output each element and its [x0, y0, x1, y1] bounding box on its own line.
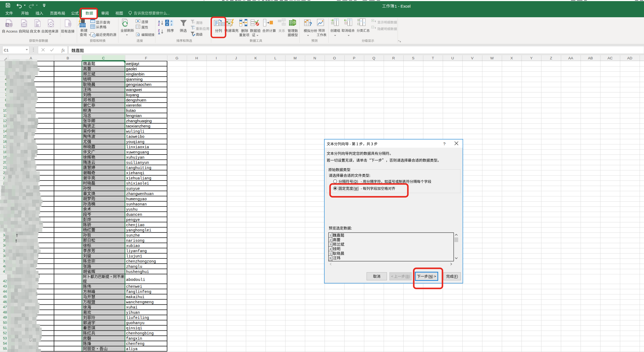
svg-text:1: 1	[330, 234, 331, 237]
svg-text:chenwei: chenwei	[126, 284, 142, 289]
svg-text:5: 5	[330, 252, 331, 255]
svg-text:?: ?	[443, 141, 445, 146]
svg-text:Z: Z	[158, 23, 160, 26]
svg-text:xierenfei: xierenfei	[126, 103, 142, 107]
svg-text:aliya: aliya	[126, 347, 138, 351]
svg-text:taoxianzheng: taoxianzheng	[126, 124, 150, 128]
svg-text:hushenghui: hushenghui	[126, 270, 149, 274]
svg-text:48: 48	[3, 310, 7, 314]
svg-text:xiehualiang: xiehualiang	[126, 176, 151, 181]
svg-text:xuhai: xuhai	[126, 305, 138, 310]
svg-text:pengye: pengye	[126, 218, 140, 222]
svg-text:Z: Z	[171, 23, 172, 26]
svg-text:51: 51	[3, 326, 7, 330]
svg-text:10: 10	[3, 109, 7, 112]
svg-text:52: 52	[3, 331, 7, 335]
svg-text:C: C	[102, 56, 105, 60]
svg-text:42: 42	[3, 279, 7, 283]
svg-text:fengnian: fengnian	[126, 113, 142, 118]
svg-text:F: F	[145, 56, 147, 60]
svg-text:1 - Excel: 1 - Excel	[395, 4, 410, 8]
svg-text:narisong: narisong	[126, 238, 144, 243]
svg-text:O: O	[333, 56, 336, 60]
svg-text:Access: Access	[6, 29, 18, 33]
svg-text:21: 21	[3, 166, 7, 170]
svg-text:AD: AD	[627, 56, 633, 60]
svg-text:tanghuiting: tanghuiting	[126, 166, 151, 170]
svg-text:45: 45	[3, 295, 7, 299]
svg-text:yushu: yushu	[126, 207, 138, 212]
svg-text:3: 3	[330, 243, 331, 246]
svg-text:2: 2	[330, 238, 331, 242]
svg-text:liyanfang: liyanfang	[126, 249, 147, 253]
svg-text:47: 47	[3, 305, 7, 309]
svg-text:AB: AB	[588, 56, 593, 60]
svg-text:linxiaoxia: linxiaoxia	[126, 145, 149, 149]
svg-text:A: A	[6, 23, 8, 27]
svg-text:K: K	[254, 56, 257, 60]
svg-text:gaolei: gaolei	[126, 66, 137, 71]
svg-text:6: 6	[330, 256, 331, 260]
svg-text:15: 15	[3, 135, 7, 138]
svg-text:xuwenguang: xuwenguang	[126, 150, 149, 155]
svg-text:suilianyun: suilianyun	[126, 161, 149, 165]
svg-text:N: N	[313, 56, 316, 60]
svg-text:I: I	[216, 56, 217, 60]
svg-text:sunhaonan: sunhaonan	[126, 202, 147, 206]
svg-text:chenjiao: chenjiao	[126, 223, 144, 227]
svg-text:makaihui: makaihui	[126, 295, 144, 299]
svg-text:43: 43	[3, 284, 7, 288]
svg-text:V: V	[471, 56, 473, 60]
svg-text:fangxin: fangxin	[126, 336, 142, 341]
svg-text:C1: C1	[4, 48, 8, 52]
svg-text:xinglanbin: xinglanbin	[126, 72, 145, 76]
svg-text:dengshuen: dengshuen	[126, 98, 146, 102]
svg-text:liuyang: liuyang	[126, 92, 139, 97]
svg-text:?: ?	[309, 21, 312, 27]
svg-text:Z: Z	[166, 20, 168, 23]
svg-text:M: M	[293, 56, 296, 60]
svg-text:AC: AC	[608, 56, 613, 60]
svg-text:X: X	[510, 56, 513, 60]
svg-text:weijiayi: weijiayi	[126, 61, 139, 66]
svg-text:fx: fx	[62, 48, 65, 53]
svg-text:G: G	[176, 56, 179, 60]
svg-text:A: A	[166, 23, 168, 26]
svg-text:gengxiaochen: gengxiaochen	[126, 82, 151, 87]
svg-text:zhanghuaqing: zhanghuaqing	[126, 118, 152, 123]
svg-text:18: 18	[3, 150, 7, 154]
svg-text:A: A	[158, 32, 160, 35]
svg-text:yanghonglei: yanghonglei	[126, 228, 151, 232]
svg-text:shixiaolei: shixiaolei	[126, 181, 149, 186]
svg-text:liufeiling: liufeiling	[126, 316, 149, 320]
svg-text:abodouli: abodouli	[126, 278, 145, 282]
svg-text:44: 44	[3, 290, 7, 293]
svg-text:J: J	[235, 56, 237, 60]
svg-text:qianming: qianming	[126, 77, 143, 82]
svg-text:Y: Y	[530, 56, 532, 60]
svg-text:wangwei: wangwei	[126, 87, 142, 92]
svg-text:yihuan: yihuan	[126, 310, 140, 315]
svg-text:S: S	[412, 56, 414, 60]
svg-text:Q: Q	[372, 56, 375, 60]
svg-text:qinsiqi: qinsiqi	[126, 326, 142, 330]
svg-text:49: 49	[3, 316, 7, 319]
svg-text:W: W	[490, 56, 494, 60]
svg-text:...: ...	[167, 11, 170, 15]
svg-text:A: A	[171, 20, 173, 23]
svg-text:humengyao: humengyao	[126, 197, 147, 201]
svg-text:53: 53	[3, 336, 7, 340]
svg-text:U: U	[451, 56, 454, 60]
svg-text:fanglinfeng: fanglinfeng	[126, 290, 151, 294]
svg-text:sunzhe: sunzhe	[126, 233, 140, 238]
svg-text:xuhuiyan: xuhuiyan	[126, 155, 144, 160]
svg-text:taoweibo: taoweibo	[126, 135, 144, 139]
svg-text:sunyue: sunyue	[126, 187, 140, 191]
svg-text:P: P	[353, 56, 355, 60]
svg-text:H: H	[195, 56, 198, 60]
svg-text:50: 50	[3, 321, 7, 325]
svg-text:T: T	[432, 56, 434, 60]
svg-text:A: A	[158, 20, 160, 23]
svg-text:chenfeng: chenfeng	[126, 342, 144, 346]
svg-text:L: L	[274, 56, 276, 60]
